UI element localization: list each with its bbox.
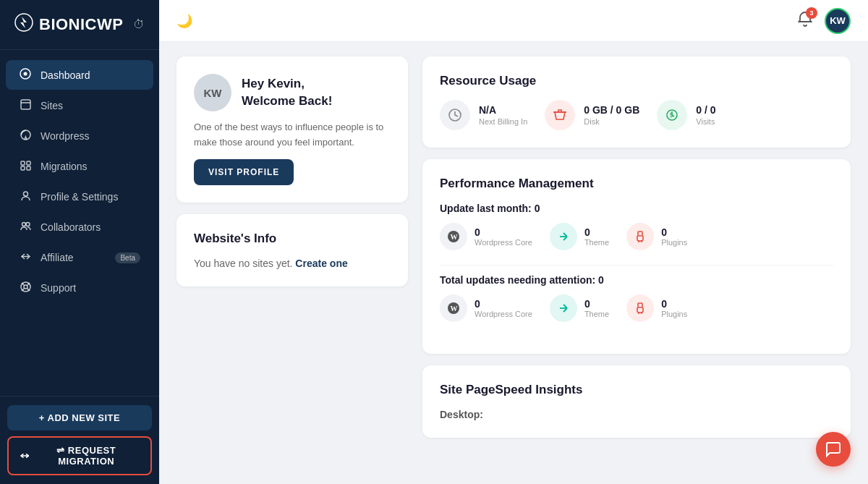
perf-item-wp-core: W 0 Wordpress Core: [440, 223, 532, 250]
affiliate-icon: [19, 251, 32, 264]
svg-text:W: W: [451, 305, 458, 313]
theme-value: 0: [584, 226, 609, 238]
left-column: KW Hey Kevin, Welcome Back! One of the b…: [176, 56, 408, 470]
sidebar-footer: + ADD NEW SITE ⇌ REQUEST MIGRATION: [0, 396, 159, 484]
wp-core-icon-2: W: [440, 294, 467, 322]
content-area: KW Hey Kevin, Welcome Back! One of the b…: [159, 42, 868, 484]
sidebar-item-label: Collaborators: [41, 221, 101, 233]
topbar-left: 🌙: [176, 13, 192, 29]
user-avatar-large: KW: [194, 74, 231, 111]
welcome-quote: One of the best ways to influence people…: [194, 120, 391, 150]
sidebar-item-label: Affiliate: [41, 252, 74, 263]
billing-label: Next Billing In: [479, 117, 527, 126]
topbar-right: 3 KW: [797, 8, 851, 34]
resource-grid: N/A Next Billing In 0 GB / 0 GB Disk: [440, 100, 833, 130]
svg-point-13: [26, 223, 30, 226]
theme-icon-2: [550, 294, 577, 322]
sidebar-nav: Dashboard Sites Wordpress Migrations Pro…: [0, 50, 159, 396]
pagespeed-title: Site PageSpeed Insights: [440, 383, 833, 397]
resource-visits-info: 0 / 0 Visits: [696, 104, 715, 126]
migrations-icon: [19, 160, 32, 173]
sidebar-item-support[interactable]: Support: [6, 273, 153, 302]
sidebar-item-dashboard[interactable]: Dashboard: [6, 60, 153, 90]
theme-2-label: Theme: [584, 310, 609, 318]
notifications-button[interactable]: 3: [797, 11, 813, 30]
visits-label: Visits: [696, 117, 715, 126]
sidebar-item-wordpress[interactable]: Wordpress: [6, 122, 153, 150]
theme-2-value: 0: [584, 298, 609, 310]
svg-point-12: [22, 223, 25, 226]
theme-label: Theme: [584, 238, 609, 247]
perf-item-plugins: 0 Plugins: [626, 223, 687, 250]
svg-rect-8: [27, 161, 30, 165]
notification-count: 3: [806, 7, 817, 19]
user-avatar-button[interactable]: KW: [825, 8, 851, 34]
websites-info-title: Website's Info: [194, 232, 391, 246]
svg-rect-9: [21, 166, 25, 170]
sidebar-item-affiliate[interactable]: Affiliate Beta: [6, 243, 153, 272]
logo-icon: [14, 13, 33, 36]
svg-text:$: $: [670, 111, 673, 119]
resource-usage-title: Resource Usage: [440, 74, 833, 88]
sidebar-item-sites[interactable]: Sites: [6, 91, 153, 120]
resource-item-billing: N/A Next Billing In: [440, 100, 527, 130]
resource-disk-info: 0 GB / 0 GB Disk: [584, 104, 639, 126]
disk-value: 0 GB / 0 GB: [584, 104, 639, 116]
sidebar-item-label: Support: [41, 282, 76, 294]
topbar: 🌙 3 KW: [159, 0, 868, 42]
sidebar-item-migrations[interactable]: Migrations: [6, 152, 153, 181]
plugins-label: Plugins: [661, 238, 687, 247]
update-last-month-grid: W 0 Wordpress Core 0 Theme: [440, 223, 833, 250]
theme-2-info: 0 Theme: [584, 298, 609, 318]
perf-item-theme-2: 0 Theme: [550, 294, 609, 322]
welcome-text: Hey Kevin, Welcome Back!: [242, 75, 332, 110]
pagespeed-desktop-label: Desktop:: [440, 409, 833, 420]
sidebar-item-label: Dashboard: [41, 69, 90, 81]
visits-icon: $: [657, 100, 687, 130]
wp-core-info: 0 Wordpress Core: [475, 226, 532, 247]
beta-badge: Beta: [115, 252, 140, 263]
sidebar-item-label: Profile & Settings: [41, 191, 118, 203]
total-updates-label: Total updates needing attention: 0: [440, 274, 833, 286]
svg-rect-7: [21, 161, 25, 165]
resource-usage-card: Resource Usage N/A Next Billing In: [422, 56, 851, 148]
create-site-link[interactable]: Create one: [295, 258, 347, 269]
welcome-card: KW Hey Kevin, Welcome Back! One of the b…: [176, 56, 408, 203]
svg-point-15: [24, 285, 27, 289]
clock-icon[interactable]: ⏱: [133, 18, 145, 31]
svg-rect-4: [21, 100, 30, 109]
dashboard-icon: [19, 68, 32, 82]
resource-billing-info: N/A Next Billing In: [479, 104, 527, 126]
svg-marker-1: [20, 17, 27, 28]
dark-mode-icon[interactable]: 🌙: [176, 13, 192, 29]
wp-core-2-label: Wordpress Core: [475, 310, 532, 318]
visit-profile-button[interactable]: VISIT PROFILE: [194, 159, 294, 185]
websites-info-card: Website's Info You have no sites yet. Cr…: [176, 214, 408, 286]
svg-rect-28: [638, 232, 642, 236]
sidebar: BIONICWP ⏱ Dashboard Sites Wordpress: [0, 0, 159, 484]
visits-value: 0 / 0: [696, 104, 715, 116]
svg-point-3: [24, 72, 27, 76]
sidebar-item-profile-settings[interactable]: Profile & Settings: [6, 182, 153, 211]
wp-core-2-value: 0: [475, 298, 532, 310]
theme-icon: [550, 223, 577, 250]
right-column: Resource Usage N/A Next Billing In: [422, 56, 851, 470]
support-icon: [19, 281, 32, 294]
request-migration-button[interactable]: ⇌ REQUEST MIGRATION: [7, 436, 152, 475]
plugins-value: 0: [661, 226, 687, 238]
sites-icon: [19, 99, 32, 112]
update-last-month-label: Update last month: 0: [440, 203, 833, 214]
sidebar-item-collaborators[interactable]: Collaborators: [6, 213, 153, 242]
add-new-site-button[interactable]: + ADD NEW SITE: [7, 405, 152, 430]
perf-item-theme: 0 Theme: [550, 223, 609, 250]
total-updates-grid: W 0 Wordpress Core 0 Theme: [440, 294, 833, 322]
app-name: BIONICWP: [39, 15, 123, 34]
plugins-icon: [626, 223, 654, 250]
welcome-header: KW Hey Kevin, Welcome Back!: [194, 74, 391, 111]
collaborators-icon: [19, 221, 32, 234]
resource-item-visits: $ 0 / 0 Visits: [657, 100, 715, 130]
svg-rect-36: [638, 303, 642, 307]
sidebar-item-label: Sites: [41, 100, 63, 111]
plugins-2-value: 0: [661, 298, 687, 310]
chat-button[interactable]: [816, 432, 851, 467]
